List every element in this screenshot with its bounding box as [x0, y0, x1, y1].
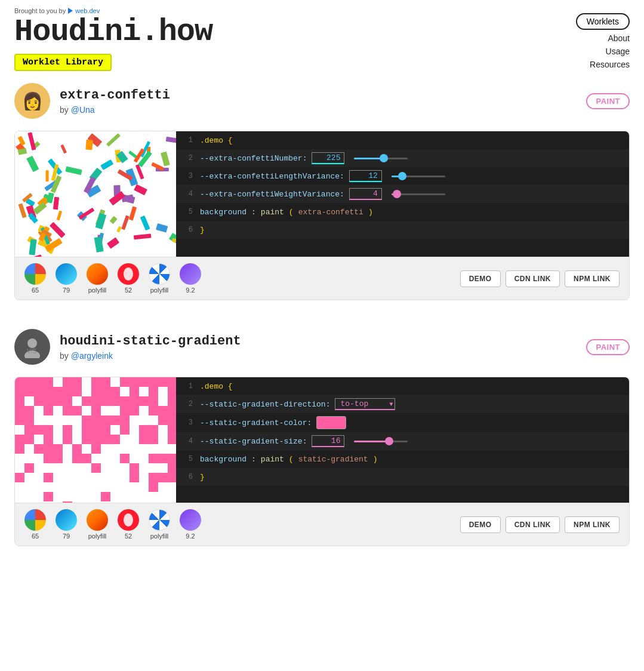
safari-label-2: polyfill — [150, 533, 169, 540]
resources-nav-link[interactable]: Resources — [590, 60, 630, 69]
demo-footer-confetti: 65 79 polyfill 52 — [15, 257, 629, 300]
code-line-2: 2 --extra-confettiNumber: — [176, 149, 629, 167]
demo-code-gradient: 1 .demo { 2 --static-gradient-direction:… — [176, 377, 629, 503]
confetti-weight-input[interactable] — [349, 188, 382, 200]
worklet-meta: extra-confetti by @Una — [60, 88, 170, 115]
paint-badge: PAINT — [586, 93, 630, 109]
chrome-icon-2 — [24, 509, 46, 531]
confetti-weight-slider[interactable] — [392, 193, 620, 195]
code-line-6: 6 } — [176, 221, 629, 239]
site-title: Houdini.how — [14, 17, 212, 48]
webdev-arrow-icon — [68, 8, 73, 14]
polypane-label-2: 9.2 — [186, 533, 195, 540]
worklet-author-2: by @argyleink — [60, 351, 241, 361]
paint-badge-2: PAINT — [586, 339, 630, 355]
polypane-icon — [180, 263, 201, 285]
brought-by-text: Brought to you by — [14, 7, 66, 14]
sg-code-line-4: 4 --static-gradient-size: — [176, 432, 629, 450]
gradient-size-slider[interactable] — [354, 441, 620, 442]
worklet-card-static-gradient: V/S houdini-static-gradient by @argylein… — [14, 329, 630, 546]
safari-icon-2 — [149, 509, 170, 531]
polypane-label: 9.2 — [186, 287, 195, 294]
worklet-title-2: houdini-static-gradient — [60, 334, 241, 349]
webdev-link[interactable]: web.dev — [75, 7, 100, 14]
browser-chrome: 65 — [24, 263, 46, 294]
demo-footer-gradient: 65 79 polyfill 52 — [15, 503, 629, 546]
header-nav: Worklets About Usage Resources — [576, 7, 630, 69]
browser-opera: 52 — [118, 263, 139, 294]
edge-icon-2 — [56, 509, 77, 531]
chrome-label: 65 — [32, 287, 39, 294]
sg-code-line-5: 5 background: paint(static-gradient) — [176, 450, 629, 468]
confetti-number-input[interactable] — [312, 152, 344, 164]
avatar-static-gradient: V/S — [14, 329, 50, 365]
worklet-header-static-gradient: V/S houdini-static-gradient by @argylein… — [14, 329, 630, 365]
edge-label-2: 79 — [63, 533, 70, 540]
confetti-canvas — [15, 131, 176, 257]
action-buttons-gradient: DEMO CDN LINK NPM LINK — [460, 516, 620, 533]
demo-button[interactable]: DEMO — [460, 270, 501, 287]
opera-icon — [118, 263, 139, 285]
demo-code-confetti: 1 .demo { 2 --extra-confettiNumber: — [176, 131, 629, 257]
author-link[interactable]: @Una — [71, 105, 95, 115]
browser-polypane: 9.2 — [180, 263, 201, 294]
browser-opera-2: 52 — [118, 509, 139, 540]
header-left: Brought to you by web.dev Houdini.how Wo… — [14, 7, 212, 71]
confetti-length-slider[interactable] — [392, 176, 620, 177]
browser-chrome-2: 65 — [24, 509, 46, 540]
worklet-library-badge: Worklet Library — [14, 54, 112, 71]
confetti-number-slider[interactable] — [354, 158, 620, 159]
worklets-nav-button[interactable]: Worklets — [576, 13, 630, 30]
chrome-icon — [24, 263, 46, 285]
worklet-card-extra-confetti: 👩 extra-confetti by @Una PAINT — [14, 83, 630, 300]
firefox-label: polyfill — [88, 287, 107, 294]
browser-firefox: polyfill — [87, 263, 108, 294]
brought-by: Brought to you by web.dev — [14, 7, 212, 14]
gradient-direction-dropdown-wrap: to-top to-bottom to-left to-right ▼ — [335, 398, 395, 410]
demo-content: 1 .demo { 2 --extra-confettiNumber: — [15, 131, 629, 257]
edge-label: 79 — [63, 287, 70, 294]
edge-icon — [56, 263, 77, 285]
demo-panel-static-gradient: 1 .demo { 2 --static-gradient-direction:… — [14, 377, 630, 546]
safari-label: polyfill — [150, 287, 169, 294]
gradient-color-swatch[interactable] — [316, 416, 346, 429]
sg-code-line-1: 1 .demo { — [176, 377, 629, 395]
code-line-4: 4 --extra-confettiWeightVariance: — [176, 185, 629, 203]
gradient-size-input[interactable] — [312, 435, 344, 447]
opera-label: 52 — [125, 287, 132, 294]
browser-firefox-2: polyfill — [87, 509, 108, 540]
npm-link-button[interactable]: NPM LINK — [565, 270, 620, 287]
avatar-extra-confetti: 👩 — [14, 83, 50, 119]
opera-icon-2 — [118, 509, 139, 531]
browser-safari: polyfill — [149, 263, 170, 294]
demo-content-2: 1 .demo { 2 --static-gradient-direction:… — [15, 377, 629, 503]
author-link-2[interactable]: @argyleink — [71, 351, 113, 361]
worklet-author: by @Una — [60, 105, 170, 115]
safari-icon — [149, 263, 170, 285]
cdn-link-button-2[interactable]: CDN LINK — [506, 516, 560, 533]
opera-label-2: 52 — [125, 533, 132, 540]
about-nav-link[interactable]: About — [608, 33, 630, 43]
gradient-canvas — [15, 377, 176, 503]
chrome-label-2: 65 — [32, 533, 39, 540]
firefox-label-2: polyfill — [88, 533, 107, 540]
code-line-3: 3 --extra-confettiLengthVariance: — [176, 167, 629, 185]
confetti-length-input[interactable] — [349, 170, 382, 182]
gradient-direction-select[interactable]: to-top to-bottom to-left to-right — [335, 398, 395, 410]
demo-panel-extra-confetti: 1 .demo { 2 --extra-confettiNumber: — [14, 131, 630, 300]
worklet-title: extra-confetti — [60, 88, 170, 103]
demo-preview-confetti — [15, 131, 176, 257]
cdn-link-button[interactable]: CDN LINK — [506, 270, 560, 287]
avatar-person-icon: V/S — [21, 336, 44, 358]
main-content: 👩 extra-confetti by @Una PAINT — [0, 83, 644, 546]
browser-edge: 79 — [56, 263, 77, 294]
browser-safari-2: polyfill — [149, 509, 170, 540]
polypane-icon-2 — [180, 509, 201, 531]
browser-polypane-2: 9.2 — [180, 509, 201, 540]
usage-nav-link[interactable]: Usage — [606, 47, 630, 56]
worklet-author-info: 👩 extra-confetti by @Una — [14, 83, 170, 119]
svg-point-0 — [27, 338, 37, 348]
npm-link-button-2[interactable]: NPM LINK — [565, 516, 620, 533]
demo-button-2[interactable]: DEMO — [460, 516, 501, 533]
firefox-icon-2 — [87, 509, 108, 531]
